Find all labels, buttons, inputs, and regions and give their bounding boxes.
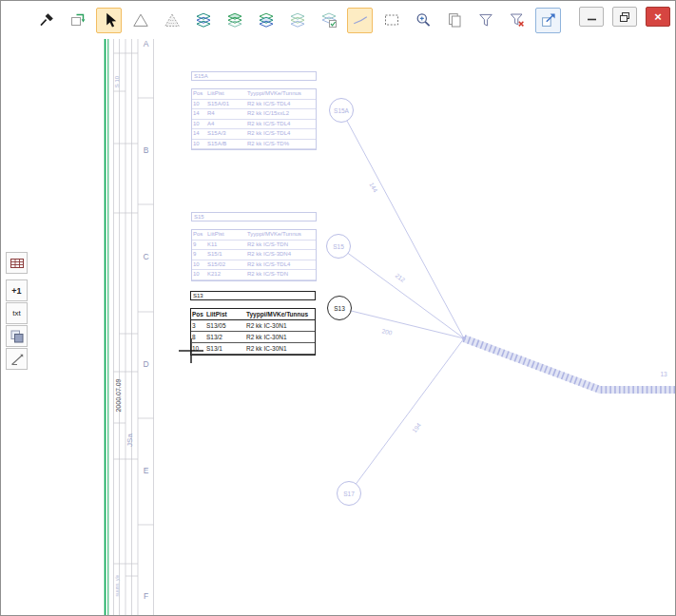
- export-button[interactable]: [535, 8, 561, 33]
- node-s13-selected[interactable]: S13: [327, 296, 352, 320]
- table-cell: 14: [192, 129, 206, 140]
- node-label: S15A: [334, 107, 349, 114]
- margin-scale-text: S 10: [114, 76, 120, 87]
- table-cell: 10: [192, 120, 206, 130]
- cable-table-s15[interactable]: S15PosLiitPistTyyppi/MVKe/Tunnus9K11R2 k…: [191, 212, 317, 281]
- paste-transform-icon: [69, 11, 87, 29]
- table-cell: K212: [206, 270, 246, 280]
- drawing-layer[interactable]: [1, 39, 675, 615]
- cursor-arrow-icon: [101, 11, 118, 29]
- table-header-cell: LiitPist: [205, 309, 245, 320]
- table-cell: S15/1: [206, 250, 246, 260]
- table-cell: S15A/01: [206, 100, 246, 110]
- table-cell: 9: [192, 241, 206, 251]
- junction-point: [462, 337, 466, 340]
- paste-transform-button[interactable]: [65, 8, 90, 33]
- table-header-cell: Pos: [192, 89, 206, 100]
- node-label: S17: [343, 491, 355, 497]
- cable-table-s13-selected[interactable]: S13PosLiitPistTyyppi/MVKe/Tunnus3S13/05R…: [190, 291, 316, 356]
- table-cell: 10: [192, 260, 206, 271]
- table-cell: R2 kk IC/S-TDL4: [246, 129, 316, 140]
- side-toolbar: +1 txt: [6, 252, 28, 370]
- overlap-squares-icon: [10, 329, 25, 344]
- table-cell: R2 kk IC/S-TD%: [246, 140, 316, 150]
- filter-button[interactable]: [473, 8, 498, 33]
- grid-row-label-b: B: [139, 145, 153, 155]
- node-s15a[interactable]: S15A: [329, 98, 354, 123]
- close-icon: ×: [654, 10, 662, 23]
- filter-icon: [477, 11, 494, 29]
- layers-mixed-icon: [258, 11, 275, 29]
- table-cell: R2 kk IC/S-TDL4: [246, 120, 316, 130]
- pin-icon: [38, 11, 55, 29]
- table-grid: PosLiitPistTyyppi/MVKe/Tunnus9K11R2 kk I…: [191, 229, 317, 281]
- filter-remove-icon: [509, 11, 526, 29]
- triangle-button[interactable]: [127, 8, 153, 33]
- grid-row-label-f: F: [139, 591, 153, 601]
- table-cell: R4: [206, 109, 246, 120]
- table-cell: S15/02: [206, 260, 246, 271]
- select-arrow-button[interactable]: [96, 8, 122, 33]
- table-header-cell: Tyyppi/MVKe/Tunnus: [246, 230, 316, 241]
- draw-line-icon: [352, 11, 369, 29]
- table-cell: S13/2: [205, 332, 245, 343]
- copy-sheet-button[interactable]: [441, 8, 467, 33]
- layers-green-button[interactable]: [222, 8, 247, 33]
- export-icon: [540, 11, 557, 29]
- margin-footer-text: suunn. yle: [114, 575, 120, 597]
- table-cell: K11: [206, 241, 246, 251]
- marquee-select-button[interactable]: [378, 8, 404, 33]
- slope-tool-button[interactable]: [6, 348, 28, 370]
- table-cell: R2 kk IC/S-TDN: [246, 241, 316, 251]
- table-header-cell: Tyyppi/MVKe/Tunnus: [246, 89, 316, 100]
- table-cell: R2 kk IC/15xxL2: [246, 109, 316, 120]
- table-cell: R2 kk IC/S-TDL4: [246, 100, 316, 110]
- table-cell: 9: [192, 250, 206, 260]
- table-header-cell: LiitPist: [206, 89, 246, 100]
- window-controls: ×: [579, 7, 670, 27]
- table-cell: 8: [191, 332, 205, 343]
- layers-tool-button[interactable]: [6, 325, 28, 347]
- table-header-cell: LiitPist: [206, 230, 246, 241]
- node-s15[interactable]: S15: [326, 234, 351, 259]
- pin-button[interactable]: [33, 8, 59, 33]
- table-grid: PosLiitPistTyyppi/MVKe/Tunnus3S13/05R2 k…: [190, 308, 316, 356]
- layers-checked-button[interactable]: [316, 8, 341, 33]
- grid-row-label-e: E: [139, 466, 153, 475]
- table-icon: [10, 256, 25, 271]
- table-cell: R2 kk IC/S-TDN: [246, 270, 316, 280]
- layers-mixed-button[interactable]: [253, 8, 279, 33]
- minimize-icon: [587, 11, 597, 22]
- triangle-hatched-button[interactable]: [159, 8, 184, 33]
- table-cell: 14: [192, 109, 206, 120]
- zoom-in-button[interactable]: [410, 8, 435, 33]
- maximize-button[interactable]: [612, 7, 637, 27]
- table-cell: S15A/B: [206, 140, 246, 150]
- table-cell: 10: [191, 343, 205, 355]
- table-cell: A4: [206, 120, 246, 130]
- layers-light-button[interactable]: [284, 8, 310, 33]
- close-button[interactable]: ×: [646, 7, 670, 27]
- draw-line-button[interactable]: [347, 8, 373, 33]
- grid-row-label-d: D: [139, 359, 153, 369]
- table-header-cell: Tyyppi/MVKe/Tunnus: [245, 309, 315, 320]
- table-grid: PosLiitPistTyyppi/MVKe/Tunnus10S15A/01R2…: [191, 88, 317, 150]
- plus-one-tool-button[interactable]: +1: [6, 279, 28, 301]
- minimize-button[interactable]: [579, 7, 604, 27]
- copy-icon: [446, 11, 463, 29]
- filter-remove-button[interactable]: [504, 8, 530, 33]
- layers-teal-button[interactable]: [190, 8, 216, 33]
- drawing-canvas[interactable]: A B C D E F S 10 2000.07.09 JSa suunn. y…: [1, 39, 675, 615]
- node-label: S13: [334, 305, 345, 312]
- text-tool-button[interactable]: txt: [6, 302, 28, 324]
- node-label: S15: [333, 243, 344, 250]
- table-cell: S13/05: [205, 320, 245, 332]
- margin-author-text: JSa: [126, 433, 134, 447]
- connection-lines[interactable]: [338, 110, 464, 493]
- node-s17[interactable]: S17: [337, 481, 361, 506]
- cable-table-s15a[interactable]: S15APosLiitPistTyyppi/MVKe/Tunnus10S15A/…: [191, 71, 317, 150]
- grid-row-label-c: C: [139, 252, 153, 261]
- table-tool-button[interactable]: [6, 252, 28, 274]
- layers-teal-icon: [195, 11, 212, 29]
- cable-route-hatch: [464, 338, 675, 390]
